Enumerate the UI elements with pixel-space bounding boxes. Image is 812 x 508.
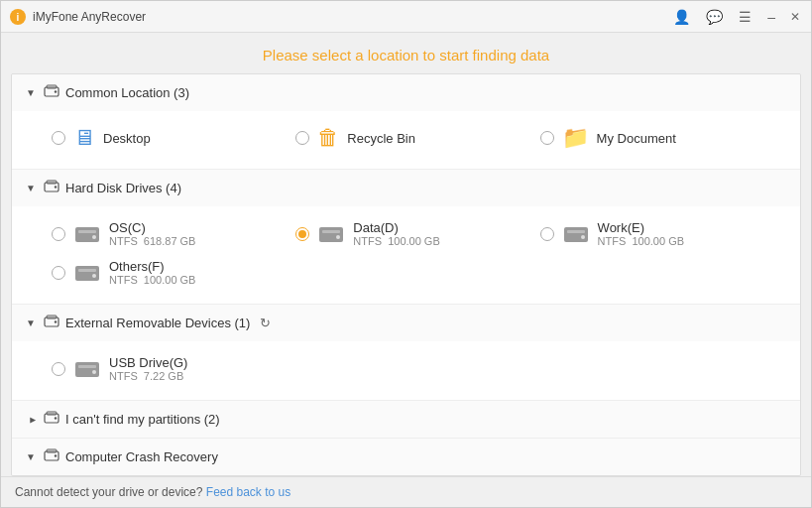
- svg-point-31: [55, 454, 57, 456]
- common-items-row: 🖥 Desktop 🗑 Recycle Bin 📁: [48, 119, 780, 157]
- refresh-icon[interactable]: ↻: [260, 316, 271, 330]
- section-label-external: External Removable Devices (1): [65, 316, 250, 330]
- desktop-label: Desktop: [103, 131, 151, 146]
- section-header-common-location[interactable]: ▼ Common Location (3): [12, 74, 800, 111]
- list-item: 🖥 Desktop: [48, 119, 291, 157]
- section-body-common: 🖥 Desktop 🗑 Recycle Bin 📁: [12, 111, 800, 169]
- feedback-link[interactable]: Feed back to us: [206, 485, 290, 499]
- section-common-location: ▼ Common Location (3): [12, 74, 800, 170]
- app-title: iMyFone AnyRecover: [33, 10, 669, 24]
- hdd-icon-crash: [44, 448, 59, 465]
- radio-datad[interactable]: [295, 227, 309, 241]
- chevron-icon-harddisk: ▼: [26, 183, 38, 193]
- section-label-common: Common Location (3): [65, 85, 189, 100]
- radio-usbg[interactable]: [52, 362, 65, 376]
- radio-othersf[interactable]: [52, 266, 65, 280]
- list-item: Data(D) NTFS 100.00 GB: [291, 214, 535, 253]
- close-button[interactable]: ✕: [787, 9, 803, 25]
- app-window: i iMyFone AnyRecover 👤 💬 ☰ – ✕ Please se…: [0, 0, 812, 508]
- drive-info-datad: Data(D) NTFS 100.00 GB: [353, 220, 439, 247]
- section-external: ▼ External Removable Devices (1) ↻: [12, 305, 800, 401]
- section-label-partitions: I can't find my partitions (2): [65, 412, 220, 427]
- section-header-harddisk[interactable]: ▼ Hard Disk Drives (4): [12, 170, 800, 206]
- drive-info-osc: OS(C) NTFS 618.87 GB: [109, 220, 195, 247]
- section-body-harddisk: OS(C) NTFS 618.87 GB: [12, 206, 800, 304]
- hdd-icon-partitions: [44, 411, 59, 428]
- list-item: 📁 My Document: [536, 119, 780, 157]
- recycle-label: Recycle Bin: [347, 131, 415, 146]
- drive-name-usbg: USB Drive(G): [109, 355, 187, 370]
- drive-icon-osc: [73, 223, 101, 245]
- chevron-icon-external: ▼: [26, 318, 38, 328]
- section-body-external: USB Drive(G) NTFS 7.22 GB: [12, 341, 800, 400]
- radio-recycle[interactable]: [295, 131, 309, 145]
- list-item: Work(E) NTFS 100.00 GB: [536, 214, 780, 253]
- section-hard-disk: ▼ Hard Disk Drives (4): [12, 170, 800, 305]
- chat-icon[interactable]: 💬: [702, 7, 727, 27]
- title-bar: i iMyFone AnyRecover 👤 💬 ☰ – ✕: [1, 1, 811, 33]
- chevron-icon-common: ▼: [26, 87, 38, 98]
- svg-rect-15: [567, 230, 585, 233]
- hdd-icon-common: [44, 84, 59, 101]
- location-panel: ▼ Common Location (3): [11, 73, 801, 476]
- drive-meta-usbg: NTFS 7.22 GB: [109, 370, 187, 382]
- window-controls: 👤 💬 ☰ – ✕: [669, 7, 803, 27]
- list-item: Others(F) NTFS 100.00 GB: [48, 253, 291, 292]
- drive-meta-datad: NTFS 100.00 GB: [353, 235, 439, 247]
- drive-icon-usbg: [73, 358, 101, 380]
- section-crash-recovery: ▼ Computer Crash Recovery: [12, 439, 800, 476]
- svg-rect-18: [78, 269, 96, 272]
- drive-info-worke: Work(E) NTFS 100.00 GB: [598, 220, 684, 247]
- drive-name-othersf: Others(F): [109, 259, 195, 274]
- svg-point-25: [92, 370, 96, 374]
- radio-desktop[interactable]: [52, 131, 65, 145]
- drive-meta-worke: NTFS 100.00 GB: [598, 235, 684, 247]
- svg-rect-8: [75, 227, 99, 242]
- user-icon[interactable]: 👤: [669, 7, 694, 27]
- section-header-crash[interactable]: ▼ Computer Crash Recovery: [12, 439, 800, 475]
- svg-point-22: [55, 320, 57, 322]
- drive-icon-datad: [317, 223, 345, 245]
- svg-rect-11: [319, 227, 343, 242]
- page-prompt: Please select a location to start findin…: [1, 33, 811, 73]
- svg-rect-9: [78, 230, 96, 233]
- svg-point-10: [92, 235, 96, 239]
- mydoc-label: My Document: [597, 131, 676, 146]
- list-item: USB Drive(G) NTFS 7.22 GB: [48, 349, 291, 388]
- menu-icon[interactable]: ☰: [735, 7, 755, 27]
- folder-icon: 📁: [562, 125, 589, 151]
- drive-info-usbg: USB Drive(G) NTFS 7.22 GB: [109, 355, 187, 382]
- section-label-crash: Computer Crash Recovery: [65, 449, 218, 464]
- svg-point-7: [55, 186, 57, 188]
- drive-meta-osc: NTFS 618.87 GB: [109, 235, 195, 247]
- desktop-icon: 🖥: [73, 125, 95, 151]
- hdd-icon-external: [44, 315, 59, 331]
- svg-point-28: [55, 417, 57, 419]
- drive-info-othersf: Others(F) NTFS 100.00 GB: [109, 259, 195, 286]
- radio-osc[interactable]: [52, 227, 65, 241]
- chevron-icon-partitions: ▼: [27, 414, 38, 426]
- svg-point-13: [336, 235, 340, 239]
- radio-mydoc[interactable]: [540, 131, 554, 145]
- svg-rect-12: [322, 230, 340, 233]
- chevron-icon-crash: ▼: [26, 451, 38, 462]
- content-area: Please select a location to start findin…: [1, 33, 811, 507]
- svg-point-16: [581, 235, 585, 239]
- radio-worke[interactable]: [540, 227, 554, 241]
- drive-icon-worke: [562, 223, 590, 245]
- minimize-button[interactable]: –: [763, 7, 779, 27]
- section-label-harddisk: Hard Disk Drives (4): [65, 181, 181, 195]
- drive-icon-othersf: [73, 262, 101, 284]
- footer: Cannot detect your drive or device? Feed…: [1, 476, 811, 507]
- app-logo: i: [9, 8, 27, 26]
- section-header-external[interactable]: ▼ External Removable Devices (1) ↻: [12, 305, 800, 341]
- drive-meta-othersf: NTFS 100.00 GB: [109, 274, 195, 286]
- hdd-icon-disk: [44, 180, 59, 196]
- section-header-partitions[interactable]: ▼ I can't find my partitions (2): [12, 401, 800, 438]
- svg-point-4: [55, 90, 57, 92]
- drive-items-row: OS(C) NTFS 618.87 GB: [48, 214, 780, 292]
- drive-name-osc: OS(C): [109, 220, 195, 235]
- svg-rect-14: [564, 227, 588, 242]
- list-item: OS(C) NTFS 618.87 GB: [48, 214, 291, 253]
- svg-text:i: i: [17, 12, 20, 23]
